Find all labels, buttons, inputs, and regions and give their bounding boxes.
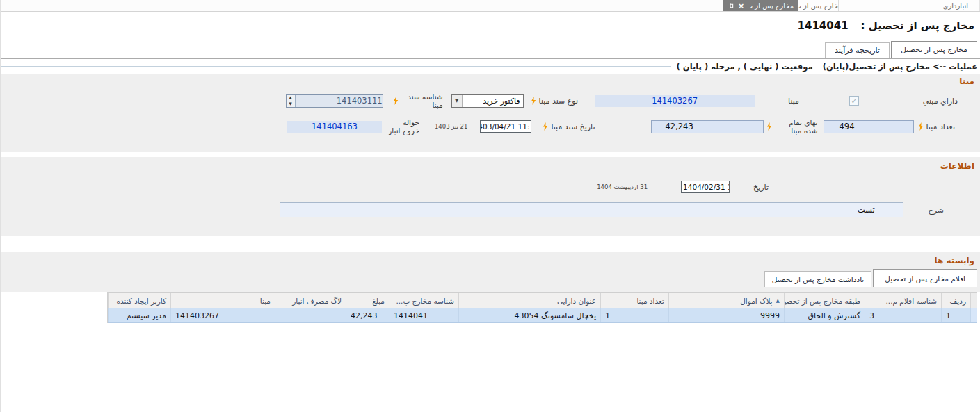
column-header-basis-qty[interactable]: تعداد مبنا bbox=[600, 293, 668, 308]
required-icon bbox=[393, 97, 399, 105]
column-header-expense-id[interactable]: شناسه مخارج پ... bbox=[389, 293, 458, 308]
tab-process-history[interactable]: تاریخچه فرآیند bbox=[825, 42, 890, 58]
section-related-title: وابسته ها bbox=[1, 252, 980, 265]
label-description: شرح bbox=[929, 206, 944, 215]
tab-expense-notes[interactable]: یادداشت مخارج پس از تحصیل bbox=[764, 271, 872, 287]
column-header-asset-title[interactable]: عنوان دارایی bbox=[458, 293, 600, 308]
window-tab-expenses-inactive[interactable]: مخارج پس از ت bbox=[798, 0, 838, 11]
related-tab-bar: اقلام مخارج پس از تحصیل یادداشت مخارج پس… bbox=[1, 265, 980, 287]
page-header: مخارج پس از تحصیل : 1414041 bbox=[1, 12, 980, 40]
tab-expense-items[interactable]: اقلام مخارج پس از تحصیل bbox=[873, 269, 977, 287]
dropdown-icon[interactable]: ▼ bbox=[452, 95, 463, 107]
label-date: تاریخ bbox=[753, 183, 769, 192]
required-icon bbox=[766, 122, 772, 131]
date-hint: 31 اردیبهشت 1404 bbox=[597, 183, 648, 190]
label-qty-group: تعداد مبنا bbox=[918, 122, 955, 131]
document-number: 1414041 bbox=[798, 19, 849, 32]
doc-id-spinner[interactable]: 141403111 ▲ ▼ bbox=[286, 94, 383, 108]
row-indicator-header bbox=[970, 293, 977, 308]
field-doc-date[interactable]: 403/04/21 11: bbox=[480, 120, 531, 133]
app-window: انبارداری مخارج پس از ت مخارج پس از ت × … bbox=[0, 0, 980, 412]
info-row-desc: شرح تست bbox=[1, 198, 980, 222]
cell-amount[interactable]: 42,243 bbox=[346, 308, 389, 322]
label-doc-type-group: نوع سند مبنا bbox=[531, 97, 579, 106]
required-icon bbox=[918, 122, 924, 131]
cell-expense-id[interactable]: 1414041 bbox=[389, 308, 458, 322]
page-title: مخارج پس از تحصیل : bbox=[861, 19, 974, 32]
label-qty: تعداد مبنا bbox=[926, 122, 955, 131]
field-qty-value: 494 bbox=[840, 122, 855, 131]
spin-up-button[interactable]: ▲ bbox=[287, 95, 295, 101]
label-doc-date: تاریخ سند مبنا bbox=[551, 122, 595, 131]
window-tab-expenses-active[interactable]: مخارج پس از ت × bbox=[723, 0, 798, 11]
spin-down-button[interactable]: ▼ bbox=[287, 101, 295, 107]
field-cost[interactable]: 42,243 bbox=[651, 120, 764, 133]
spacer bbox=[1, 236, 980, 252]
workflow-position: موقعیت ( نهایی ) , مرحله ( پایان ) bbox=[677, 62, 813, 72]
divider bbox=[1, 66, 671, 67]
window-tab-bar: انبارداری مخارج پس از ت مخارج پس از ت × bbox=[1, 0, 980, 12]
cell-basis-qty[interactable]: 1 bbox=[600, 308, 668, 322]
required-icon bbox=[543, 122, 548, 131]
cell-expense-class[interactable]: گسترش و الحاق bbox=[784, 308, 865, 322]
checkbox-has-basis[interactable]: ✓ bbox=[849, 96, 859, 106]
label-cost-group: بهاي تمام شده مبنا bbox=[766, 118, 818, 135]
doc-date-hint: 21 تیر 1403 bbox=[435, 123, 468, 130]
field-date[interactable]: 1404/02/31 15 bbox=[681, 181, 730, 193]
info-row-date: تاریخ 1404/02/31 15 31 اردیبهشت 1404 bbox=[1, 176, 980, 198]
field-description[interactable]: تست bbox=[280, 202, 903, 217]
label-basis: مبنا bbox=[788, 97, 799, 106]
close-icon[interactable]: × bbox=[738, 2, 744, 10]
cell-creator[interactable]: مدیر سیستم bbox=[108, 308, 170, 322]
column-header-asset-tag[interactable]: ▲ پلاک اموال bbox=[668, 293, 784, 308]
table-row[interactable]: 1 3 گسترش و الحاق 9999 1 یخچال سامسونگ 4… bbox=[108, 308, 977, 323]
field-basis-link[interactable]: 141403267 bbox=[595, 95, 755, 107]
cell-asset-title[interactable]: یخچال سامسونگ 43054 bbox=[458, 308, 600, 322]
cell-stock-log[interactable] bbox=[275, 308, 346, 322]
field-exit-note-link[interactable]: 141404163 bbox=[287, 121, 382, 133]
cell-asset-tag[interactable]: 9999 bbox=[668, 308, 784, 322]
column-header-item-id[interactable]: شناسه اقلام م... bbox=[865, 293, 941, 308]
label-doc-date-group: تاریخ سند مبنا bbox=[543, 122, 595, 131]
check-icon: ✓ bbox=[851, 97, 857, 105]
label-has-basis: داراي مبني bbox=[916, 97, 958, 106]
column-header-stock-log[interactable]: لاگ مصرف انبار bbox=[275, 293, 346, 308]
cell-item-id[interactable]: 3 bbox=[865, 308, 941, 322]
label-exit-note: حواله خروج انبار bbox=[385, 118, 419, 135]
active-tab-label: مخارج پس از ت bbox=[748, 2, 794, 10]
label-cost: بهاي تمام شده مبنا bbox=[775, 118, 818, 135]
required-icon bbox=[531, 97, 536, 105]
section-info: اطلاعات تاریخ 1404/02/31 15 31 اردیبهشت … bbox=[1, 157, 980, 236]
basis-row-1: داراي مبني ✓ مبنا 141403267 نوع سند مبنا… bbox=[1, 88, 980, 113]
field-qty[interactable]: 494 bbox=[824, 120, 914, 133]
section-info-title: اطلاعات bbox=[1, 157, 980, 173]
field-cost-value: 42,243 bbox=[666, 122, 693, 131]
column-header-basis[interactable]: مبنا bbox=[170, 293, 275, 308]
column-header-creator[interactable]: کاربر ایجاد کننده bbox=[108, 293, 170, 308]
basis-row-2: تعداد مبنا 494 بهاي تمام شده مبنا 42,243… bbox=[1, 113, 980, 140]
pin-icon[interactable] bbox=[728, 3, 734, 9]
table-header-row: ردیف شناسه اقلام م... طبقه مخارج پس از ت… bbox=[108, 292, 977, 308]
label-doc-id: شناسه سند مبنا bbox=[401, 92, 443, 109]
doc-type-select[interactable]: فاکتور خرید ▼ bbox=[451, 94, 524, 108]
section-related: وابسته ها اقلام مخارج پس از تحصیل یادداش… bbox=[1, 252, 980, 292]
section-basis-title: مبنا bbox=[1, 74, 980, 88]
row-indicator[interactable] bbox=[970, 308, 977, 322]
workflow-status-bar: عملیات --> مخارج پس از تحصیل(پایان) موقع… bbox=[1, 59, 980, 74]
tab-post-acquisition-expenses[interactable]: مخارج پس از تحصیل bbox=[891, 41, 977, 58]
column-header-row-number[interactable]: ردیف bbox=[941, 293, 970, 308]
column-header-amount[interactable]: مبلغ bbox=[346, 293, 389, 308]
page-tab-bar: مخارج پس از تحصیل تاریخچه فرآیند bbox=[1, 40, 980, 59]
window-tab-warehousing[interactable]: انبارداری bbox=[838, 0, 980, 11]
spacer bbox=[1, 152, 980, 157]
spinner-buttons: ▲ ▼ bbox=[287, 95, 296, 107]
column-header-asset-tag-label: پلاک اموال bbox=[740, 297, 772, 305]
items-table: ردیف شناسه اقلام م... طبقه مخارج پس از ت… bbox=[107, 292, 977, 323]
cell-basis[interactable]: 141403267 bbox=[170, 308, 275, 322]
column-header-expense-class[interactable]: طبقه مخارج پس از تحصیل bbox=[784, 293, 865, 308]
section-basis: مبنا داراي مبني ✓ مبنا 141403267 نوع سند… bbox=[1, 74, 980, 152]
cell-row-number[interactable]: 1 bbox=[941, 308, 970, 322]
workflow-operation: عملیات --> مخارج پس از تحصیل(پایان) bbox=[823, 62, 977, 72]
doc-type-value: فاکتور خرید bbox=[463, 97, 523, 106]
doc-id-value: 141403111 bbox=[296, 95, 383, 107]
